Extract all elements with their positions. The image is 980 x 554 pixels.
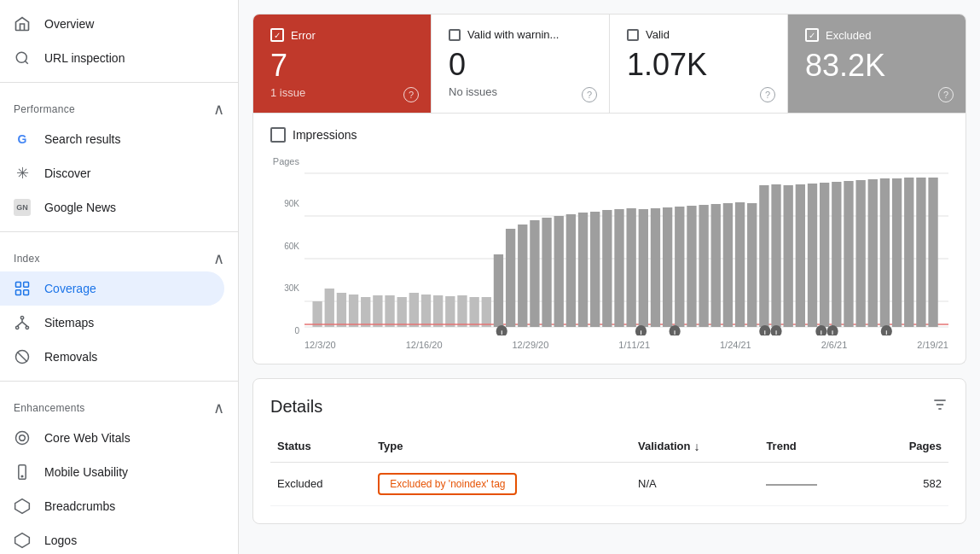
svg-point-0 <box>16 52 26 62</box>
excluded-card: ✓ Excluded 83.2K ? <box>788 15 966 113</box>
sidebar-item-google-news-label: Google News <box>44 201 116 214</box>
sidebar-item-coverage[interactable]: Coverage <box>0 271 224 306</box>
valid-label: Valid <box>646 28 670 41</box>
x-label-6: 2/6/21 <box>821 340 848 350</box>
svg-rect-49 <box>651 208 660 327</box>
y-label-30k: 30K <box>284 283 299 293</box>
error-help-icon[interactable]: ? <box>403 87 419 102</box>
error-checkbox[interactable]: ✓ <box>270 28 284 42</box>
index-chevron[interactable]: ∧ <box>213 249 224 268</box>
x-label-2: 12/16/20 <box>406 340 443 350</box>
svg-point-10 <box>20 435 26 441</box>
sidebar-item-breadcrumbs-label: Breadcrumbs <box>44 499 115 513</box>
sidebar-item-mobile-usability[interactable]: Mobile Usability <box>0 455 224 489</box>
svg-rect-61 <box>796 184 805 327</box>
svg-rect-53 <box>699 205 708 327</box>
svg-rect-3 <box>24 283 29 288</box>
valid-warning-checkbox[interactable] <box>449 29 461 41</box>
sidebar-item-logos[interactable]: Logos <box>0 523 224 554</box>
x-label-3: 12/29/20 <box>513 340 549 350</box>
excluded-checkbox[interactable]: ✓ <box>805 28 819 42</box>
valid-checkbox[interactable] <box>627 29 639 41</box>
y-label-0: 0 <box>294 326 299 335</box>
error-sub: 1 issue <box>270 86 414 99</box>
sidebar-item-sitemaps[interactable]: Sitemaps <box>0 306 224 340</box>
svg-rect-56 <box>735 202 745 327</box>
svg-rect-29 <box>421 294 431 327</box>
svg-rect-1 <box>16 283 21 288</box>
sort-arrow-icon[interactable]: ↓ <box>693 440 699 453</box>
search-icon <box>14 50 31 67</box>
x-label-1: 12/3/20 <box>304 340 336 350</box>
svg-rect-45 <box>602 210 612 327</box>
sidebar-item-url-inspection[interactable]: URL inspection <box>0 41 224 75</box>
valid-warning-help-icon[interactable]: ? <box>582 87 597 102</box>
svg-rect-63 <box>820 183 829 327</box>
sidebar-item-overview[interactable]: Overview <box>0 7 224 41</box>
error-card: ✓ Error 7 1 issue ? <box>253 15 432 113</box>
sidebar-item-removals[interactable]: Removals <box>0 340 224 374</box>
error-label: Error <box>291 29 316 42</box>
row-pages: 582 <box>870 462 948 505</box>
row-status: Excluded <box>270 462 371 505</box>
valid-card-header: Valid <box>627 28 770 41</box>
sidebar-item-search-results[interactable]: G Search results <box>0 122 224 156</box>
details-title: Details <box>270 397 322 417</box>
details-container: Details Status Type Validation ↓ Trend <box>252 378 966 524</box>
svg-text:i: i <box>885 328 887 335</box>
svg-rect-20 <box>312 301 322 327</box>
excluded-help-icon[interactable]: ? <box>938 87 954 102</box>
mobile-usability-icon <box>14 464 31 481</box>
svg-rect-44 <box>590 212 600 327</box>
status-cards: ✓ Error 7 1 issue ? Valid with warnin...… <box>252 14 966 114</box>
impressions-toggle[interactable]: Impressions <box>270 127 948 143</box>
valid-warning-sub: No issues <box>449 85 592 98</box>
sidebar-divider-1 <box>0 82 238 83</box>
sidebar-item-removals-label: Removals <box>44 350 97 364</box>
svg-rect-68 <box>880 178 890 327</box>
svg-text:i: i <box>674 328 676 335</box>
chart-container: Impressions Pages 90K 60K 30K 0 <box>252 114 966 364</box>
sidebar-divider-2 <box>0 231 238 232</box>
excluded-noindex-tag[interactable]: Excluded by 'noindex' tag <box>378 473 517 495</box>
svg-rect-43 <box>578 213 588 327</box>
svg-text:i: i <box>640 328 641 335</box>
svg-rect-72 <box>928 178 937 327</box>
svg-rect-59 <box>771 184 780 327</box>
sidebar-item-core-web-vitals-label: Core Web Vitals <box>44 431 130 445</box>
sidebar-item-core-web-vitals[interactable]: Core Web Vitals <box>0 421 224 455</box>
svg-rect-69 <box>892 178 902 327</box>
google-news-icon: GN <box>14 199 31 216</box>
trend-line <box>766 484 817 486</box>
sidebar-item-search-results-label: Search results <box>44 132 120 146</box>
x-label-5: 1/24/21 <box>720 340 751 350</box>
sidebar-item-sitemaps-label: Sitemaps <box>44 316 94 329</box>
svg-point-7 <box>26 326 28 329</box>
svg-rect-54 <box>711 204 721 327</box>
impressions-checkbox[interactable] <box>270 127 286 143</box>
home-icon <box>14 15 31 32</box>
row-type: Excluded by 'noindex' tag <box>371 462 631 505</box>
sidebar-item-google-news[interactable]: GN Google News <box>0 190 224 225</box>
sidebar-item-url-inspection-label: URL inspection <box>44 51 125 65</box>
valid-help-icon[interactable]: ? <box>760 87 775 102</box>
svg-rect-66 <box>855 180 865 327</box>
svg-text:i: i <box>775 328 777 335</box>
svg-rect-39 <box>530 220 539 327</box>
svg-rect-52 <box>687 206 696 327</box>
svg-rect-67 <box>868 179 878 327</box>
sidebar-item-breadcrumbs[interactable]: Breadcrumbs <box>0 489 224 523</box>
svg-text:i: i <box>501 328 502 335</box>
svg-rect-22 <box>337 293 346 327</box>
main-content: ✓ Error 7 1 issue ? Valid with warnin...… <box>239 0 980 554</box>
svg-rect-33 <box>469 297 478 327</box>
sidebar-item-discover[interactable]: ✳ Discover <box>0 156 224 190</box>
filter-icon[interactable] <box>931 396 948 417</box>
performance-chevron[interactable]: ∧ <box>213 100 224 119</box>
enhancements-chevron[interactable]: ∧ <box>213 399 224 417</box>
svg-rect-57 <box>747 203 757 327</box>
valid-warning-card-header: Valid with warnin... <box>449 28 592 41</box>
col-validation: Validation ↓ <box>631 431 759 463</box>
svg-rect-30 <box>433 295 443 327</box>
svg-rect-27 <box>397 297 407 327</box>
